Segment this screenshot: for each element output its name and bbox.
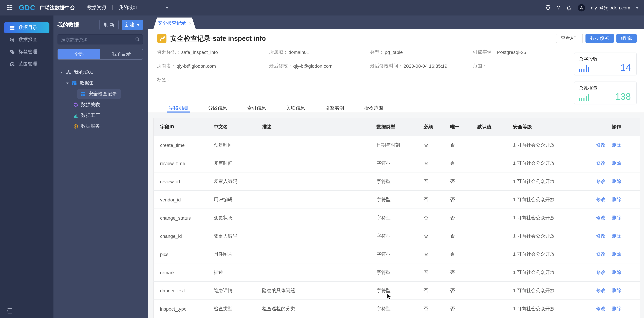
- refresh-button[interactable]: 刷 新: [99, 20, 119, 30]
- tree-node-data-service[interactable]: 数据服务: [54, 121, 148, 132]
- edit-row-link[interactable]: 修改: [596, 178, 606, 184]
- delete-row-link[interactable]: 删除: [608, 142, 621, 147]
- tab-4[interactable]: 引擎实例: [325, 105, 344, 112]
- user-email[interactable]: qiy-b@glodon.com: [591, 5, 630, 11]
- sidebar-item-scope-management[interactable]: 范围管理: [4, 59, 50, 69]
- cell-level: 1 可向社会公众开放: [506, 281, 590, 300]
- tree-node-safe-inspect[interactable]: 安全检查记录: [54, 89, 148, 99]
- create-button[interactable]: 新建: [122, 20, 143, 30]
- delete-row-link[interactable]: 删除: [608, 287, 621, 293]
- delete-row-link[interactable]: 删除: [608, 160, 621, 166]
- expand-arrow-icon[interactable]: [66, 82, 68, 84]
- edit-row-link[interactable]: 修改: [596, 215, 606, 220]
- tree-filter-segmented: 全部 我的目录: [58, 49, 143, 60]
- meta-label: 所属域：: [269, 49, 288, 55]
- tab-2[interactable]: 索引信息: [247, 105, 266, 112]
- page-title: 安全检查记录-safe inspect info: [170, 34, 556, 43]
- tab-1[interactable]: 分区信息: [208, 105, 227, 112]
- sidebar-item-tag-management[interactable]: 标签管理: [4, 47, 50, 57]
- view-api-button[interactable]: 查看API: [556, 34, 583, 43]
- tree-node-data-factory[interactable]: 数据工厂: [54, 110, 148, 121]
- tab-0[interactable]: 字段明细: [169, 105, 188, 112]
- cell-actions: 修改删除: [590, 191, 640, 209]
- delete-row-link[interactable]: 删除: [608, 178, 621, 184]
- edit-row-link[interactable]: 修改: [596, 160, 606, 166]
- cell-level: 1 可向社会公众开放: [506, 227, 590, 245]
- tree-node-data-relation[interactable]: 数据关联: [54, 99, 148, 110]
- tree-node-label: 数据服务: [81, 123, 100, 129]
- edit-button[interactable]: 编 辑: [616, 34, 636, 43]
- table-icon: [72, 81, 77, 86]
- close-tab-icon[interactable]: ×: [189, 21, 191, 26]
- search-box: [58, 34, 143, 45]
- apps-menu-icon[interactable]: [6, 4, 14, 12]
- cell-level: 1 可向社会公众开放: [506, 172, 590, 191]
- open-tabs-strip: 安全检查记录 ×: [148, 16, 644, 29]
- expand-arrow-icon[interactable]: [60, 72, 63, 73]
- cell-actions: 修改删除: [590, 263, 640, 281]
- delete-row-link[interactable]: 删除: [608, 215, 621, 220]
- sidebar-item-data-explore[interactable]: 数据探查: [4, 34, 50, 45]
- cell-required: 否: [417, 209, 444, 227]
- meta-value: domain01: [288, 50, 309, 55]
- edit-row-link[interactable]: 修改: [596, 287, 606, 293]
- user-avatar[interactable]: [578, 4, 585, 12]
- org-chart-icon: [66, 70, 71, 75]
- explore-icon: [10, 37, 15, 43]
- tree-node-dataset[interactable]: 数据集: [54, 78, 148, 89]
- domain-selector[interactable]: 我的域01: [118, 5, 168, 11]
- table-icon: [80, 91, 86, 97]
- column-header: 数据类型: [370, 118, 417, 136]
- edit-row-link[interactable]: 修改: [596, 233, 606, 238]
- column-header: 安全等级: [506, 118, 590, 136]
- sidebar-item-label: 数据探查: [18, 37, 37, 43]
- notification-bell-icon[interactable]: [566, 5, 572, 11]
- edit-row-link[interactable]: 修改: [596, 197, 606, 202]
- cell-default: [471, 154, 506, 172]
- delete-row-link[interactable]: 删除: [608, 269, 621, 275]
- user-menu-chevron-icon[interactable]: [636, 7, 638, 9]
- delete-row-link[interactable]: 删除: [608, 197, 621, 202]
- topbar-menu-data-resource[interactable]: 数据资源: [87, 5, 106, 11]
- meta-item: 标签：: [157, 73, 269, 87]
- edit-row-link[interactable]: 修改: [596, 142, 606, 147]
- cell-unique: 否: [444, 263, 471, 281]
- search-icon[interactable]: [135, 37, 140, 42]
- tab-5[interactable]: 授权范围: [364, 105, 383, 112]
- bar-chart-icon: [73, 113, 78, 118]
- cell-id: remark: [154, 263, 207, 281]
- column-header: 唯一: [444, 118, 471, 136]
- collapse-sidebar-icon[interactable]: [6, 307, 14, 315]
- data-preview-button[interactable]: 数据预览: [586, 34, 614, 43]
- sidebar-item-data-catalog[interactable]: 数据目录: [4, 22, 50, 33]
- table-row: review_id复审人编码字符型否否1 可向社会公众开放修改删除: [154, 172, 640, 191]
- edit-row-link[interactable]: 修改: [596, 251, 606, 256]
- open-tab-label: 安全检查记录: [158, 20, 186, 26]
- cell-id: pics: [154, 245, 207, 263]
- segment-all[interactable]: 全部: [58, 49, 100, 59]
- cell-level: 1 可向社会公众开放: [506, 245, 590, 263]
- mini-bar-chart-icon: [579, 65, 589, 72]
- stat-value: 138: [615, 91, 631, 102]
- delete-row-link[interactable]: 删除: [608, 251, 621, 256]
- tree-node-domain[interactable]: 我的域01: [54, 67, 148, 78]
- edit-row-link[interactable]: 修改: [596, 269, 606, 275]
- cell-type: 字符型: [370, 172, 417, 191]
- resource-tree: 我的域01 数据集 安全检查记录: [54, 67, 148, 132]
- bug-report-icon[interactable]: [545, 5, 551, 11]
- search-input[interactable]: [58, 34, 143, 45]
- service-hub-icon: [73, 124, 78, 129]
- open-tab-safe-inspect[interactable]: 安全检查记录 ×: [153, 18, 196, 29]
- help-icon[interactable]: ?: [557, 5, 560, 11]
- tab-3[interactable]: 关联信息: [286, 105, 305, 112]
- edit-row-link[interactable]: 修改: [596, 306, 606, 311]
- product-name: 广联达数据中台: [40, 5, 75, 11]
- catalog-icon: [10, 25, 15, 31]
- segment-my-catalog[interactable]: 我的目录: [100, 49, 142, 59]
- cell-actions: 修改删除: [590, 209, 640, 227]
- column-header: 字段ID: [154, 118, 207, 136]
- meta-item: 最后修改：qiy-b@glodon.com: [269, 59, 370, 73]
- delete-row-link[interactable]: 删除: [608, 306, 621, 311]
- meta-label: 范围：: [473, 63, 487, 69]
- delete-row-link[interactable]: 删除: [608, 233, 621, 238]
